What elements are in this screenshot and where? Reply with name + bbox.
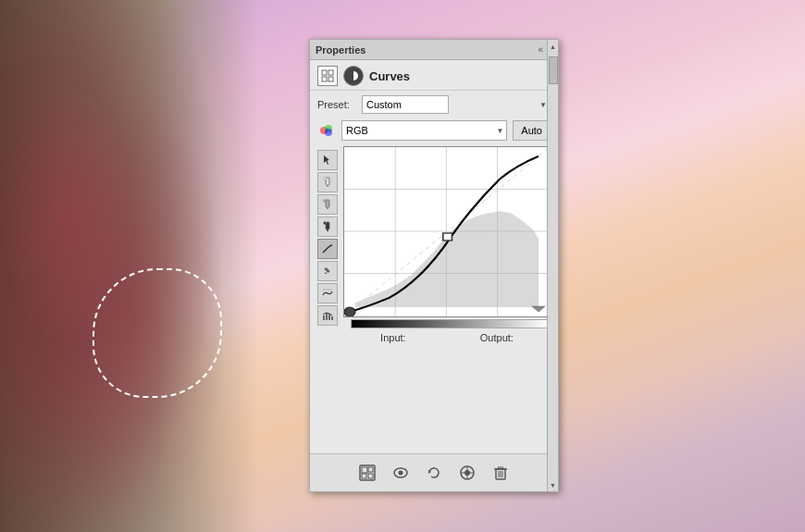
grid-icon [317, 66, 338, 86]
visibility-toggle-button[interactable] [390, 462, 412, 484]
add-mask-button[interactable] [356, 462, 378, 484]
svg-point-39 [399, 471, 403, 476]
svg-rect-2 [322, 77, 327, 81]
properties-panel: Properties « × Curves Preset: [309, 39, 559, 492]
channel-icon [317, 121, 336, 140]
svg-rect-36 [362, 474, 366, 478]
black-eyedropper-button[interactable] [317, 217, 338, 237]
svg-rect-22 [331, 316, 333, 320]
svg-rect-35 [368, 467, 373, 472]
minimize-panel-button[interactable]: « [539, 44, 544, 55]
preset-label: Preset: [317, 99, 356, 110]
curves-layer-icon [343, 66, 364, 86]
reset-button[interactable] [423, 462, 445, 484]
bottom-toolbar [310, 453, 558, 491]
svg-rect-19 [323, 315, 325, 320]
svg-rect-15 [327, 229, 328, 231]
spacer [310, 349, 558, 453]
svg-rect-37 [368, 474, 373, 478]
panel-scrollbar: ▲ ▼ [547, 40, 558, 491]
svg-rect-30 [443, 233, 452, 241]
curve-tool-button[interactable] [317, 239, 338, 259]
svg-point-16 [324, 222, 327, 225]
vines-overlay [0, 0, 222, 532]
scroll-up-arrow[interactable]: ▲ [548, 40, 559, 53]
output-label: Output: [480, 332, 514, 343]
pointer-tool-button[interactable] [317, 150, 338, 170]
input-output-row: Input: Output: [343, 328, 551, 345]
input-label: Input: [380, 332, 406, 343]
svg-point-10 [324, 178, 327, 180]
curves-graph-container: Input: Output: [343, 146, 551, 345]
preset-select[interactable]: Custom Default Strong Contrast Linear Co… [362, 95, 449, 114]
svg-rect-21 [328, 314, 330, 320]
svg-rect-12 [327, 207, 328, 209]
svg-marker-32 [532, 306, 545, 312]
curves-header: Curves [310, 60, 558, 91]
delete-button[interactable] [489, 462, 512, 484]
svg-rect-0 [322, 70, 327, 75]
channel-select-wrap: RGB Red Green Blue [341, 120, 507, 141]
panel-titlebar: Properties « × [310, 40, 558, 60]
svg-rect-34 [362, 467, 367, 473]
white-eyedropper-button[interactable] [317, 172, 338, 192]
gray-eyedropper-button[interactable] [317, 194, 338, 215]
scroll-down-arrow[interactable]: ▼ [548, 478, 559, 491]
svg-point-13 [324, 200, 327, 203]
svg-rect-17 [324, 267, 329, 273]
svg-rect-1 [328, 70, 333, 75]
curves-main: Input: Output: [310, 144, 558, 349]
svg-point-31 [344, 307, 355, 316]
preset-row: Preset: Custom Default Strong Contrast L… [310, 91, 558, 118]
curves-title: Curves [369, 69, 410, 83]
auto-button[interactable]: Auto [513, 120, 551, 141]
panel-title: Properties [316, 44, 365, 56]
svg-rect-3 [328, 77, 333, 81]
rgb-row: RGB Red Green Blue Auto [310, 118, 558, 144]
histogram-tool-button[interactable] [317, 305, 338, 326]
preset-select-wrap: Custom Default Strong Contrast Linear Co… [362, 95, 551, 114]
smooth-tool-button[interactable] [317, 283, 338, 303]
view-button[interactable] [456, 462, 478, 484]
svg-rect-20 [326, 313, 328, 320]
curves-graph[interactable] [343, 146, 551, 317]
svg-rect-9 [327, 185, 328, 187]
pencil-tool-button[interactable] [317, 261, 338, 281]
channel-select[interactable]: RGB Red Green Blue [341, 120, 507, 141]
tool-sidebar [317, 150, 340, 345]
svg-point-7 [325, 129, 332, 136]
scrollbar-thumb[interactable] [549, 56, 558, 84]
